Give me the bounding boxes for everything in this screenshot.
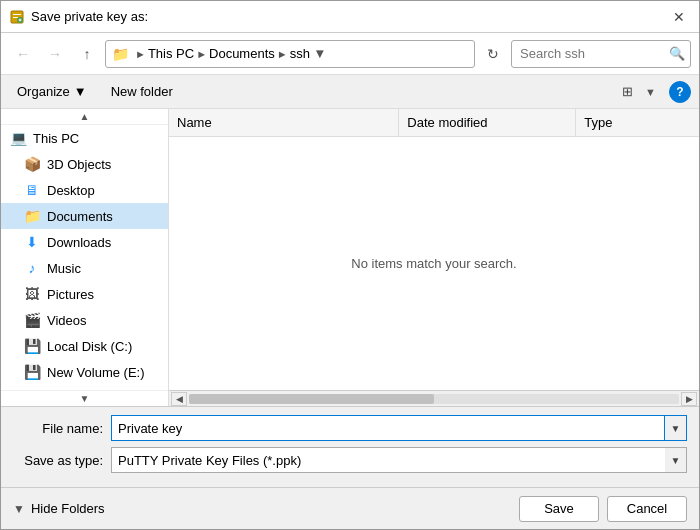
column-type[interactable]: Type: [576, 109, 699, 136]
title-bar: Save private key as: ✕: [1, 1, 699, 33]
tree-item-newvolume[interactable]: 💾 New Volume (E:): [1, 359, 168, 385]
filename-dropdown-button[interactable]: ▼: [665, 415, 687, 441]
column-name[interactable]: Name: [169, 109, 399, 136]
empty-message: No items match your search.: [351, 256, 516, 271]
hide-folders-arrow-icon: ▼: [13, 502, 25, 516]
search-wrapper: 🔍: [511, 40, 691, 68]
tree-item-videos[interactable]: 🎬 Videos: [1, 307, 168, 333]
thispc-label: This PC: [33, 131, 79, 146]
column-date[interactable]: Date modified: [399, 109, 576, 136]
newvolume-label: New Volume (E:): [47, 365, 145, 380]
filename-input[interactable]: [111, 415, 665, 441]
organize-toolbar: Organize ▼ New folder ⊞ ▼ ?: [1, 75, 699, 109]
breadcrumb-documents[interactable]: Documents: [209, 46, 275, 61]
organize-button[interactable]: Organize ▼: [9, 80, 95, 104]
up-button[interactable]: ↑: [73, 40, 101, 68]
footer-right: Save Cancel: [519, 496, 687, 522]
horizontal-scrollbar[interactable]: ◀ ▶: [169, 390, 699, 406]
downloads-icon: ⬇: [23, 233, 41, 251]
tree-item-thispc[interactable]: 💻 This PC: [1, 125, 168, 151]
bottom-area: File name: ▼ Save as type: PuTTY Private…: [1, 406, 699, 487]
breadcrumb-dropdown-button[interactable]: ▼: [310, 40, 330, 68]
downloads-label: Downloads: [47, 235, 111, 250]
view-button[interactable]: ⊞: [613, 80, 641, 104]
search-input[interactable]: [511, 40, 691, 68]
back-button[interactable]: ←: [9, 40, 37, 68]
tree-item-3dobjects[interactable]: 📦 3D Objects: [1, 151, 168, 177]
right-pane: Name Date modified Type No items match y…: [169, 109, 699, 406]
organize-label: Organize: [17, 84, 70, 99]
hscroll-right-button[interactable]: ▶: [681, 392, 697, 406]
saveas-row: Save as type: PuTTY Private Key Files (*…: [13, 447, 687, 473]
music-label: Music: [47, 261, 81, 276]
videos-icon: 🎬: [23, 311, 41, 329]
dialog-icon: [9, 9, 25, 25]
filename-label: File name:: [13, 421, 103, 436]
hscroll-track[interactable]: [189, 394, 679, 404]
localdisk-icon: 💾: [23, 337, 41, 355]
saveas-select-wrap: PuTTY Private Key Files (*.ppk) All File…: [111, 447, 687, 473]
saveas-select[interactable]: PuTTY Private Key Files (*.ppk) All File…: [111, 447, 687, 473]
main-content: ▲ 💻 This PC 📦 3D Objects 🖥 Desktop 📁 Doc…: [1, 109, 699, 406]
pictures-icon: 🖼: [23, 285, 41, 303]
svg-rect-1: [13, 14, 21, 15]
cancel-button[interactable]: Cancel: [607, 496, 687, 522]
newvolume-icon: 💾: [23, 363, 41, 381]
dialog-title: Save private key as:: [31, 9, 667, 24]
hscroll-left-button[interactable]: ◀: [171, 392, 187, 406]
desktop-icon: 🖥: [23, 181, 41, 199]
save-button[interactable]: Save: [519, 496, 599, 522]
filename-row: File name: ▼: [13, 415, 687, 441]
tree-item-music[interactable]: ♪ Music: [1, 255, 168, 281]
scroll-up-button[interactable]: ▲: [1, 109, 168, 125]
localdisk-label: Local Disk (C:): [47, 339, 132, 354]
thispc-icon: 💻: [9, 129, 27, 147]
new-folder-button[interactable]: New folder: [103, 80, 181, 104]
videos-label: Videos: [47, 313, 87, 328]
svg-rect-2: [13, 17, 18, 18]
view-dropdown-icon[interactable]: ▼: [645, 86, 656, 98]
toolbar2-right: ⊞ ▼ ?: [604, 80, 691, 104]
tree-item-desktop[interactable]: 🖥 Desktop: [1, 177, 168, 203]
music-icon: ♪: [23, 259, 41, 277]
close-button[interactable]: ✕: [667, 5, 691, 29]
breadcrumb-ssh[interactable]: ssh: [290, 46, 310, 61]
file-list-body: No items match your search.: [169, 137, 699, 390]
breadcrumb[interactable]: 📁 ► This PC ► Documents ► ssh ▼: [105, 40, 475, 68]
refresh-button[interactable]: ↻: [479, 40, 507, 68]
organize-arrow-icon: ▼: [74, 84, 87, 99]
dialog: Save private key as: ✕ ← → ↑ 📁 ► This PC…: [0, 0, 700, 530]
hscroll-thumb: [189, 394, 434, 404]
documents-icon: 📁: [23, 207, 41, 225]
saveas-label: Save as type:: [13, 453, 103, 468]
help-button[interactable]: ?: [669, 81, 691, 103]
navigation-toolbar: ← → ↑ 📁 ► This PC ► Documents ► ssh ▼ ↻ …: [1, 33, 699, 75]
file-list-header: Name Date modified Type: [169, 109, 699, 137]
left-pane: ▲ 💻 This PC 📦 3D Objects 🖥 Desktop 📁 Doc…: [1, 109, 169, 406]
tree-item-pictures[interactable]: 🖼 Pictures: [1, 281, 168, 307]
footer: ▼ Hide Folders Save Cancel: [1, 487, 699, 529]
hide-folders-label: Hide Folders: [31, 501, 105, 516]
tree-item-downloads[interactable]: ⬇ Downloads: [1, 229, 168, 255]
pictures-label: Pictures: [47, 287, 94, 302]
documents-label: Documents: [47, 209, 113, 224]
desktop-label: Desktop: [47, 183, 95, 198]
svg-rect-5: [19, 19, 22, 20]
hide-folders-button[interactable]: ▼ Hide Folders: [13, 501, 105, 516]
3dobjects-icon: 📦: [23, 155, 41, 173]
breadcrumb-thispc[interactable]: This PC: [148, 46, 194, 61]
filename-input-wrap: ▼: [111, 415, 687, 441]
tree-item-localdisk[interactable]: 💾 Local Disk (C:): [1, 333, 168, 359]
breadcrumb-folder-icon: 📁: [112, 46, 133, 62]
3dobjects-label: 3D Objects: [47, 157, 111, 172]
scroll-down-button[interactable]: ▼: [1, 390, 168, 406]
tree-item-documents[interactable]: 📁 Documents: [1, 203, 168, 229]
forward-button[interactable]: →: [41, 40, 69, 68]
